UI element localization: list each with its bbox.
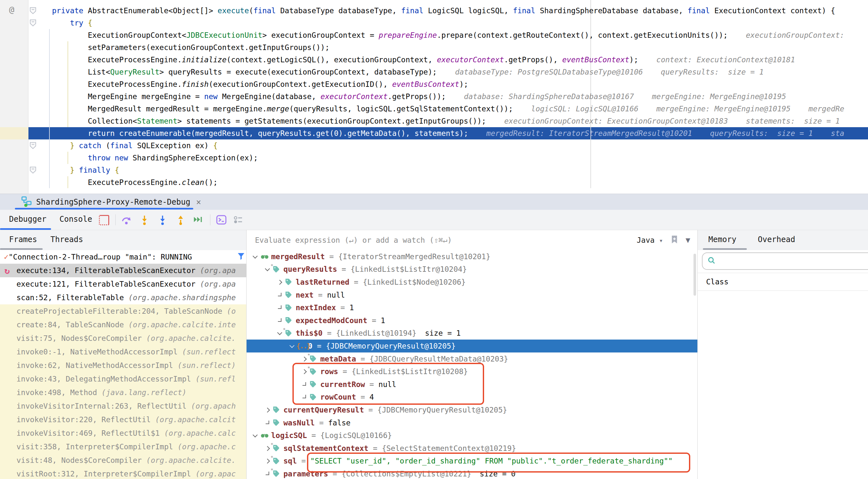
- variable-row[interactable]: ∗this$0 = {LinkedList@10194}size = 1: [247, 327, 698, 340]
- variable-row[interactable]: expectedModCount = 1: [247, 314, 698, 327]
- frame-row[interactable]: invokeVisitor:220, ReflectUtil (org.apac…: [0, 413, 246, 426]
- evaluate-expression-bar[interactable]: Evaluate expression (↵) or add a watch (…: [247, 230, 698, 250]
- chevron-spacer: [276, 291, 284, 299]
- code-line: List<QueryResult> queryResults = execute…: [0, 66, 868, 78]
- frame-package: (org.apa: [200, 280, 236, 288]
- evaluate-placeholder: Evaluate expression (↵) or add a watch (…: [247, 236, 452, 244]
- inline-debugger-hint: logicSQL: LogicSQL@10166 mergeEngine: Me…: [531, 105, 844, 113]
- code-line: ExecuteProcessEngine.clean();: [0, 176, 868, 189]
- frame-package: (org.apac: [195, 470, 236, 478]
- debug-session-tab[interactable]: ShardingSphere-Proxy-Remote-Debug ×: [21, 195, 201, 209]
- frame-package: (org.apache.calcite.: [146, 334, 236, 342]
- memory-table-header[interactable]: Class: [698, 273, 868, 291]
- variable-name: lastReturned: [296, 278, 349, 286]
- step-over-icon[interactable]: [121, 214, 132, 225]
- variable-value: 1: [381, 316, 385, 325]
- chevron-down-icon[interactable]: [288, 342, 296, 350]
- frame-row[interactable]: invokeVisitorInternal:263, ReflectUtil (…: [0, 399, 246, 413]
- variable-name: this$0: [296, 329, 322, 337]
- variables-scrollbar[interactable]: [693, 254, 696, 296]
- variable-name: currentQueryResult: [283, 406, 364, 414]
- chevron-down-icon[interactable]: [251, 252, 259, 261]
- inline-debugger-hint: databaseType: PostgreSQLDatabaseType@101…: [455, 68, 764, 76]
- inline-debugger-hint: executionGroupContext:: [746, 31, 844, 39]
- variable-size-hint: size = 1: [425, 329, 461, 337]
- frame-row[interactable]: invokeVisitor:469, ReflectUtil$1 (org.ap…: [0, 426, 246, 440]
- frame-row[interactable]: visit:358, Interpreter$CompilerImpl (org…: [0, 440, 246, 453]
- frame-row[interactable]: createProjectableFilterable:204, TableSc…: [0, 304, 246, 318]
- bookmark-icon[interactable]: [670, 235, 679, 246]
- code-line: MergedResult mergedResult = mergeEngine.…: [0, 103, 868, 115]
- active-memory-tab-indicator: [703, 248, 747, 250]
- frame-row[interactable]: invoke:498, Method (java.lang.reflect): [0, 386, 246, 399]
- thread-selector[interactable]: ✓ "Connection-2-Thread…roup "main": RUNN…: [0, 250, 246, 264]
- inline-debugger-hint: context: ExecutionContext@10181: [656, 56, 795, 64]
- frame-package: (sun.reflect): [178, 361, 236, 370]
- language-selector[interactable]: Java ▾: [637, 236, 663, 244]
- tab-memory[interactable]: Memory: [708, 235, 737, 244]
- variable-row[interactable]: wasNull = false: [247, 416, 698, 429]
- variable-row[interactable]: lastReturned = {LinkedList$Node@10206}: [247, 276, 698, 288]
- variable-value: {LogicSQL@10166}: [320, 431, 392, 440]
- frames-panel: ✓ "Connection-2-Thread…roup "main": RUNN…: [0, 250, 246, 479]
- frame-row[interactable]: execute:121, FilterableTableScanExecutor…: [0, 277, 246, 291]
- variable-row[interactable]: ∗queryResults = {LinkedList$ListItr@1020…: [247, 263, 698, 276]
- frame-row[interactable]: invoke:43, DelegatingMethodAccessorImpl …: [0, 372, 246, 386]
- variable-row[interactable]: mergedResult = {IteratorStreamMergedResu…: [247, 250, 698, 263]
- view-breakpoints-icon[interactable]: [99, 214, 110, 225]
- panel-divider[interactable]: [698, 230, 698, 479]
- tab-console[interactable]: Console: [59, 215, 92, 224]
- frame-package: (org.apa: [200, 266, 236, 275]
- tab-frames[interactable]: Frames: [9, 235, 37, 244]
- chevron-down-icon[interactable]: [251, 431, 259, 440]
- memory-search-input[interactable]: [702, 252, 868, 270]
- code-editor[interactable]: @ private AbstractEnumerable<Object[]> e…: [0, 0, 868, 194]
- annotation-box-sql: [307, 452, 690, 473]
- variable-value: {LinkedList@10194}: [336, 329, 416, 337]
- variable-row[interactable]: next = null: [247, 288, 698, 302]
- frame-row[interactable]: create:84, TableScanNode (org.apache.cal…: [0, 318, 246, 332]
- frame-row[interactable]: invoke:62, NativeMethodAccessorImpl (sun…: [0, 358, 246, 372]
- frame-row[interactable]: scan:52, FilterableTable (org.apache.sha…: [0, 291, 246, 304]
- step-out-icon[interactable]: [175, 214, 186, 225]
- step-into-icon[interactable]: [139, 214, 150, 225]
- search-icon: [707, 256, 716, 266]
- field-icon: [284, 278, 296, 286]
- expand-watches-icon[interactable]: ▼: [686, 236, 690, 245]
- frame-package: (org.apach: [191, 402, 236, 410]
- variable-row[interactable]: currentQueryResult = {JDBCMemoryQueryRes…: [247, 404, 698, 416]
- close-icon[interactable]: ×: [196, 197, 201, 207]
- frame-row[interactable]: visit:75, Nodes$CoreCompiler (org.apache…: [0, 332, 246, 345]
- panel-divider[interactable]: [246, 230, 247, 479]
- annotation-box-rows: [292, 363, 484, 405]
- layout-settings-icon[interactable]: [233, 214, 244, 225]
- active-session-tab-indicator: [15, 208, 193, 209]
- evaluate-console-icon[interactable]: [216, 214, 227, 225]
- tab-overhead[interactable]: Overhead: [758, 235, 795, 244]
- code-line: } finally {: [0, 164, 868, 176]
- tab-threads[interactable]: Threads: [51, 235, 83, 244]
- variable-row[interactable]: {..}0 = {JDBCMemoryQueryResult@10205}: [247, 340, 698, 352]
- active-frames-tab-indicator: [0, 248, 43, 250]
- toolbar-separator: [210, 214, 210, 225]
- field-icon: [272, 418, 283, 427]
- variable-value: {LinkedList$Node@10206}: [363, 278, 466, 286]
- force-step-into-icon[interactable]: [157, 214, 168, 225]
- frame-package: (java.lang.reflect): [101, 388, 186, 397]
- frame-row[interactable]: visit:48, Nodes$CoreCompiler (org.apache…: [0, 453, 246, 467]
- chevron-right-icon[interactable]: [276, 278, 284, 286]
- frame-row[interactable]: visitRoot:312, Interpreter$CompilerImpl …: [0, 467, 246, 479]
- frame-row[interactable]: invoke0:-1, NativeMethodAccessorImpl (su…: [0, 345, 246, 358]
- variable-value: {JDBCQueryResultMetaData@10203}: [369, 355, 508, 363]
- variable-row[interactable]: logicSQL = {LogicSQL@10166}: [247, 429, 698, 442]
- variable-row[interactable]: nextIndex = 1: [247, 301, 698, 314]
- remote-debug-config-icon: [21, 196, 32, 208]
- chevron-spacer: [276, 303, 284, 312]
- chevron-right-icon[interactable]: [264, 406, 272, 414]
- run-to-cursor-icon[interactable]: [193, 214, 204, 225]
- tab-debugger[interactable]: Debugger: [9, 215, 46, 224]
- inline-debugger-hint: mergedResult: IteratorStreamMergedResult…: [486, 129, 844, 137]
- toolbar-separator: [115, 214, 116, 225]
- frame-location: createProjectableFilterable:204, TableSc…: [17, 307, 227, 315]
- session-tab-label: ShardingSphere-Proxy-Remote-Debug: [36, 198, 190, 207]
